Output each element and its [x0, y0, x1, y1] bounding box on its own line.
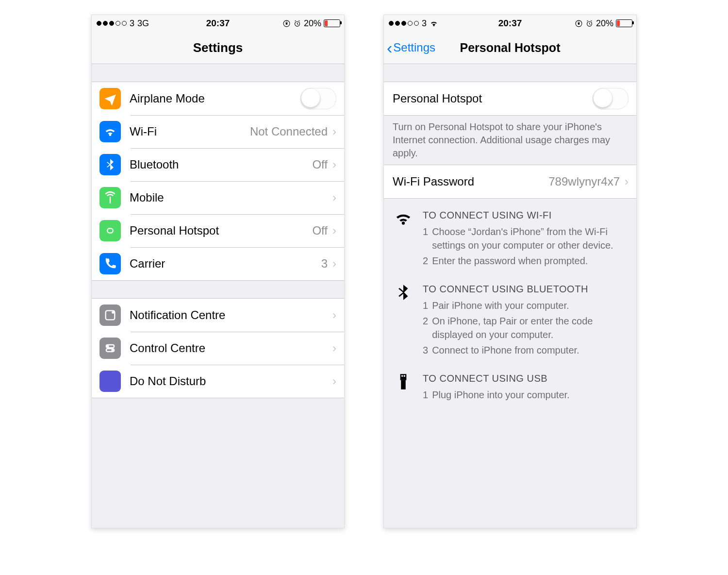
row-hotspot-toggle[interactable]: Personal Hotspot [384, 82, 636, 116]
row-notification-centre[interactable]: Notification Centre › [92, 298, 344, 332]
settings-group-network: Airplane Mode Wi-Fi Not Connected › Blue… [92, 82, 344, 281]
back-button[interactable]: ‹ Settings [384, 41, 435, 54]
row-label: Do Not Disturb [130, 374, 206, 388]
hotspot-toggle[interactable] [593, 88, 629, 109]
instruction-title: TO CONNECT USING USB [423, 372, 628, 385]
row-detail: Off [312, 158, 328, 171]
row-airplane-mode[interactable]: Airplane Mode [92, 82, 344, 115]
row-label: Wi-Fi Password [393, 175, 474, 188]
airplane-icon [99, 88, 121, 109]
svg-rect-12 [400, 374, 407, 380]
instruction-step: Choose “Jordan's iPhone” from the Wi-Fi … [432, 225, 628, 252]
phone-icon [99, 253, 121, 274]
row-detail: Off [312, 224, 328, 237]
alarm-icon [585, 19, 594, 28]
chevron-right-icon: › [332, 125, 336, 138]
row-label: Personal Hotspot [393, 92, 482, 105]
instruction-step: Pair iPhone with your computer. [432, 299, 569, 312]
svg-point-4 [112, 311, 114, 313]
instruction-step: Enter the password when prompted. [432, 254, 588, 268]
svg-rect-13 [401, 375, 403, 377]
svg-rect-1 [286, 23, 288, 25]
wifi-icon [99, 121, 121, 142]
row-detail: 3 [321, 257, 328, 271]
status-bar: 3 3G 20:37 20% [92, 15, 344, 32]
orientation-lock-icon [575, 19, 583, 28]
bluetooth-icon [393, 282, 414, 359]
row-label: Bluetooth [130, 158, 179, 171]
hotspot-footer-text: Turn on Personal Hotspot to share your i… [384, 116, 636, 165]
svg-point-6 [107, 345, 109, 348]
carrier-label: 3 [130, 18, 134, 29]
svg-rect-10 [578, 23, 580, 25]
moon-icon [99, 371, 121, 392]
row-label: Carrier [130, 257, 165, 271]
instruction-step: On iPhone, tap Pair or enter the code di… [432, 314, 628, 341]
svg-point-8 [111, 349, 114, 352]
instruction-title: TO CONNECT USING WI-FI [423, 208, 628, 222]
status-time: 20:37 [498, 18, 522, 29]
instruction-usb: TO CONNECT USING USB 1Plug iPhone into y… [384, 362, 636, 406]
chevron-right-icon: › [332, 374, 336, 388]
airplane-toggle[interactable] [300, 88, 336, 109]
row-personal-hotspot[interactable]: Personal Hotspot Off › [92, 214, 344, 247]
row-bluetooth[interactable]: Bluetooth Off › [92, 148, 344, 181]
wifi-password-value: 789wlynyr4x7 [548, 175, 620, 188]
row-wifi-password[interactable]: Wi-Fi Password 789wlynyr4x7 › [384, 165, 636, 199]
row-mobile[interactable]: Mobile › [92, 181, 344, 214]
chevron-right-icon: › [332, 341, 336, 355]
svg-rect-14 [404, 375, 405, 377]
battery-percent: 20% [304, 18, 321, 29]
orientation-lock-icon [282, 19, 291, 28]
chevron-right-icon: › [625, 175, 629, 188]
row-detail: Not Connected [250, 125, 328, 138]
chevron-right-icon: › [332, 308, 336, 322]
alarm-icon [293, 19, 301, 28]
nav-bar: Settings [92, 32, 344, 64]
status-time: 20:37 [206, 18, 230, 29]
battery-icon [616, 19, 632, 27]
instruction-step: Plug iPhone into your computer. [432, 388, 570, 402]
instruction-bluetooth: TO CONNECT USING BLUETOOTH 1Pair iPhone … [384, 272, 636, 362]
chain-link-icon [99, 220, 121, 241]
signal-dots-icon [389, 21, 419, 26]
network-type: 3G [137, 18, 149, 29]
screenshot-settings-root: 3 3G 20:37 20% Settings Airplane Mode [91, 15, 345, 528]
wifi-status-icon [430, 19, 438, 28]
chevron-right-icon: › [332, 224, 336, 237]
wifi-icon [393, 208, 414, 270]
notification-centre-icon [99, 304, 121, 326]
settings-group-system: Notification Centre › Control Centre › D… [92, 298, 344, 398]
row-wifi[interactable]: Wi-Fi Not Connected › [92, 115, 344, 148]
chevron-right-icon: › [332, 191, 336, 204]
row-do-not-disturb[interactable]: Do Not Disturb › [92, 365, 344, 398]
usb-icon [393, 372, 414, 404]
antenna-icon [99, 187, 121, 208]
row-label: Control Centre [130, 341, 205, 355]
battery-icon [324, 19, 340, 27]
wifi-password-group: Wi-Fi Password 789wlynyr4x7 › [384, 165, 636, 199]
svg-rect-15 [401, 380, 406, 389]
nav-bar: ‹ Settings Personal Hotspot [384, 32, 636, 64]
signal-dots-icon [97, 21, 127, 26]
battery-percent: 20% [596, 18, 613, 29]
instruction-wifi: TO CONNECT USING WI-FI 1Choose “Jordan's… [384, 199, 636, 272]
row-label: Mobile [130, 191, 164, 204]
row-label: Wi-Fi [130, 125, 157, 138]
back-label: Settings [393, 41, 435, 54]
hotspot-toggle-group: Personal Hotspot [384, 82, 636, 116]
control-centre-icon [99, 338, 121, 359]
row-label: Airplane Mode [130, 92, 205, 105]
screenshot-hotspot: 3 20:37 20% ‹ Settings Personal Hotspot … [383, 15, 637, 528]
row-label: Notification Centre [130, 308, 225, 322]
instruction-title: TO CONNECT USING BLUETOOTH [423, 282, 628, 296]
row-control-centre[interactable]: Control Centre › [92, 332, 344, 365]
row-carrier[interactable]: Carrier 3 › [92, 247, 344, 281]
page-title: Settings [92, 40, 344, 55]
row-label: Personal Hotspot [130, 224, 219, 237]
carrier-label: 3 [422, 18, 427, 29]
status-bar: 3 20:37 20% [384, 15, 636, 32]
instruction-step: Connect to iPhone from computer. [432, 343, 579, 357]
bluetooth-icon [99, 154, 121, 175]
chevron-right-icon: › [332, 158, 336, 171]
